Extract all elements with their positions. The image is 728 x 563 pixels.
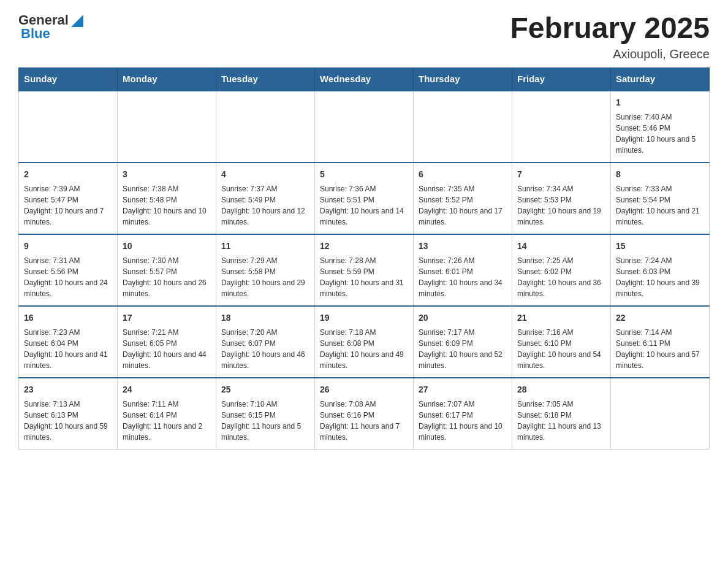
calendar-cell: 19Sunrise: 7:18 AM Sunset: 6:08 PM Dayli… [315, 306, 414, 378]
day-header-sunday: Sunday [19, 67, 118, 91]
calendar-week-row: 16Sunrise: 7:23 AM Sunset: 6:04 PM Dayli… [19, 306, 710, 378]
calendar-cell: 10Sunrise: 7:30 AM Sunset: 5:57 PM Dayli… [118, 234, 216, 306]
day-number: 7 [517, 168, 605, 181]
calendar-cell [315, 91, 414, 163]
sun-info: Sunrise: 7:10 AM Sunset: 6:15 PM Dayligh… [221, 399, 309, 443]
calendar-table: SundayMondayTuesdayWednesdayThursdayFrid… [18, 67, 710, 450]
sun-info: Sunrise: 7:37 AM Sunset: 5:49 PM Dayligh… [221, 183, 309, 228]
day-number: 25 [221, 383, 309, 396]
sun-info: Sunrise: 7:17 AM Sunset: 6:09 PM Dayligh… [419, 327, 507, 371]
day-number: 26 [320, 383, 408, 396]
day-number: 18 [221, 312, 309, 324]
calendar-cell [414, 91, 512, 163]
sun-info: Sunrise: 7:40 AM Sunset: 5:46 PM Dayligh… [616, 112, 704, 156]
day-number: 20 [419, 312, 507, 324]
calendar-cell: 1Sunrise: 7:40 AM Sunset: 5:46 PM Daylig… [611, 91, 710, 163]
day-number: 16 [24, 312, 112, 324]
calendar-header-row: SundayMondayTuesdayWednesdayThursdayFrid… [19, 67, 710, 91]
calendar-week-row: 23Sunrise: 7:13 AM Sunset: 6:13 PM Dayli… [19, 378, 710, 450]
sun-info: Sunrise: 7:13 AM Sunset: 6:13 PM Dayligh… [24, 399, 112, 443]
calendar-cell: 26Sunrise: 7:08 AM Sunset: 6:16 PM Dayli… [315, 378, 414, 450]
day-number: 17 [123, 312, 211, 324]
sun-info: Sunrise: 7:28 AM Sunset: 5:59 PM Dayligh… [320, 255, 408, 299]
logo: General Blue [18, 12, 83, 42]
calendar-cell: 4Sunrise: 7:37 AM Sunset: 5:49 PM Daylig… [216, 163, 315, 234]
day-number: 27 [419, 383, 507, 396]
calendar-cell: 13Sunrise: 7:26 AM Sunset: 6:01 PM Dayli… [414, 234, 512, 306]
day-number: 15 [616, 240, 704, 253]
calendar-cell: 18Sunrise: 7:20 AM Sunset: 6:07 PM Dayli… [216, 306, 315, 378]
svg-marker-0 [71, 15, 83, 27]
calendar-cell: 22Sunrise: 7:14 AM Sunset: 6:11 PM Dayli… [611, 306, 710, 378]
day-number: 14 [517, 240, 605, 253]
logo-blue-text: Blue [21, 26, 50, 42]
sun-info: Sunrise: 7:24 AM Sunset: 6:03 PM Dayligh… [616, 255, 704, 299]
day-header-saturday: Saturday [611, 67, 710, 91]
day-number: 23 [24, 383, 112, 396]
sun-info: Sunrise: 7:16 AM Sunset: 6:10 PM Dayligh… [517, 327, 605, 371]
day-number: 1 [616, 96, 704, 109]
day-number: 13 [419, 240, 507, 253]
calendar-cell: 6Sunrise: 7:35 AM Sunset: 5:52 PM Daylig… [414, 163, 512, 234]
calendar-cell: 14Sunrise: 7:25 AM Sunset: 6:02 PM Dayli… [512, 234, 611, 306]
day-number: 19 [320, 312, 408, 324]
calendar-cell: 7Sunrise: 7:34 AM Sunset: 5:53 PM Daylig… [512, 163, 611, 234]
calendar-cell: 3Sunrise: 7:38 AM Sunset: 5:48 PM Daylig… [118, 163, 216, 234]
sun-info: Sunrise: 7:14 AM Sunset: 6:11 PM Dayligh… [616, 327, 704, 371]
title-block: February 2025 Axioupoli, Greece [510, 12, 710, 61]
sun-info: Sunrise: 7:30 AM Sunset: 5:57 PM Dayligh… [123, 255, 211, 299]
day-number: 22 [616, 312, 704, 324]
day-number: 8 [616, 168, 704, 181]
page-header: General Blue February 2025 Axioupoli, Gr… [18, 12, 710, 61]
day-number: 24 [123, 383, 211, 396]
sun-info: Sunrise: 7:31 AM Sunset: 5:56 PM Dayligh… [24, 255, 112, 299]
sun-info: Sunrise: 7:33 AM Sunset: 5:54 PM Dayligh… [616, 183, 704, 228]
sun-info: Sunrise: 7:20 AM Sunset: 6:07 PM Dayligh… [221, 327, 309, 371]
calendar-cell [216, 91, 315, 163]
day-number: 6 [419, 168, 507, 181]
sun-info: Sunrise: 7:11 AM Sunset: 6:14 PM Dayligh… [123, 399, 211, 443]
calendar-cell: 16Sunrise: 7:23 AM Sunset: 6:04 PM Dayli… [19, 306, 118, 378]
calendar-cell: 2Sunrise: 7:39 AM Sunset: 5:47 PM Daylig… [19, 163, 118, 234]
calendar-cell: 21Sunrise: 7:16 AM Sunset: 6:10 PM Dayli… [512, 306, 611, 378]
calendar-cell: 27Sunrise: 7:07 AM Sunset: 6:17 PM Dayli… [414, 378, 512, 450]
sun-info: Sunrise: 7:23 AM Sunset: 6:04 PM Dayligh… [24, 327, 112, 371]
sun-info: Sunrise: 7:35 AM Sunset: 5:52 PM Dayligh… [419, 183, 507, 228]
day-number: 11 [221, 240, 309, 253]
sun-info: Sunrise: 7:39 AM Sunset: 5:47 PM Dayligh… [24, 183, 112, 228]
calendar-week-row: 2Sunrise: 7:39 AM Sunset: 5:47 PM Daylig… [19, 163, 710, 234]
calendar-cell: 8Sunrise: 7:33 AM Sunset: 5:54 PM Daylig… [611, 163, 710, 234]
calendar-cell [512, 91, 611, 163]
calendar-week-row: 9Sunrise: 7:31 AM Sunset: 5:56 PM Daylig… [19, 234, 710, 306]
day-number: 28 [517, 383, 605, 396]
calendar-cell: 11Sunrise: 7:29 AM Sunset: 5:58 PM Dayli… [216, 234, 315, 306]
calendar-cell: 15Sunrise: 7:24 AM Sunset: 6:03 PM Dayli… [611, 234, 710, 306]
day-number: 12 [320, 240, 408, 253]
sun-info: Sunrise: 7:08 AM Sunset: 6:16 PM Dayligh… [320, 399, 408, 443]
sun-info: Sunrise: 7:05 AM Sunset: 6:18 PM Dayligh… [517, 399, 605, 443]
calendar-cell: 25Sunrise: 7:10 AM Sunset: 6:15 PM Dayli… [216, 378, 315, 450]
sun-info: Sunrise: 7:29 AM Sunset: 5:58 PM Dayligh… [221, 255, 309, 299]
day-number: 3 [123, 168, 211, 181]
month-title: February 2025 [510, 12, 710, 45]
day-header-wednesday: Wednesday [315, 67, 414, 91]
location-text: Axioupoli, Greece [510, 47, 710, 61]
sun-info: Sunrise: 7:21 AM Sunset: 6:05 PM Dayligh… [123, 327, 211, 371]
day-header-friday: Friday [512, 67, 611, 91]
calendar-cell: 24Sunrise: 7:11 AM Sunset: 6:14 PM Dayli… [118, 378, 216, 450]
calendar-cell: 20Sunrise: 7:17 AM Sunset: 6:09 PM Dayli… [414, 306, 512, 378]
sun-info: Sunrise: 7:36 AM Sunset: 5:51 PM Dayligh… [320, 183, 408, 228]
sun-info: Sunrise: 7:26 AM Sunset: 6:01 PM Dayligh… [419, 255, 507, 299]
day-header-monday: Monday [118, 67, 216, 91]
day-number: 9 [24, 240, 112, 253]
calendar-cell: 12Sunrise: 7:28 AM Sunset: 5:59 PM Dayli… [315, 234, 414, 306]
day-number: 10 [123, 240, 211, 253]
calendar-cell: 17Sunrise: 7:21 AM Sunset: 6:05 PM Dayli… [118, 306, 216, 378]
day-number: 21 [517, 312, 605, 324]
day-header-tuesday: Tuesday [216, 67, 315, 91]
day-header-thursday: Thursday [414, 67, 512, 91]
calendar-week-row: 1Sunrise: 7:40 AM Sunset: 5:46 PM Daylig… [19, 91, 710, 163]
logo-triangle-icon [71, 15, 83, 27]
sun-info: Sunrise: 7:07 AM Sunset: 6:17 PM Dayligh… [419, 399, 507, 443]
sun-info: Sunrise: 7:18 AM Sunset: 6:08 PM Dayligh… [320, 327, 408, 371]
